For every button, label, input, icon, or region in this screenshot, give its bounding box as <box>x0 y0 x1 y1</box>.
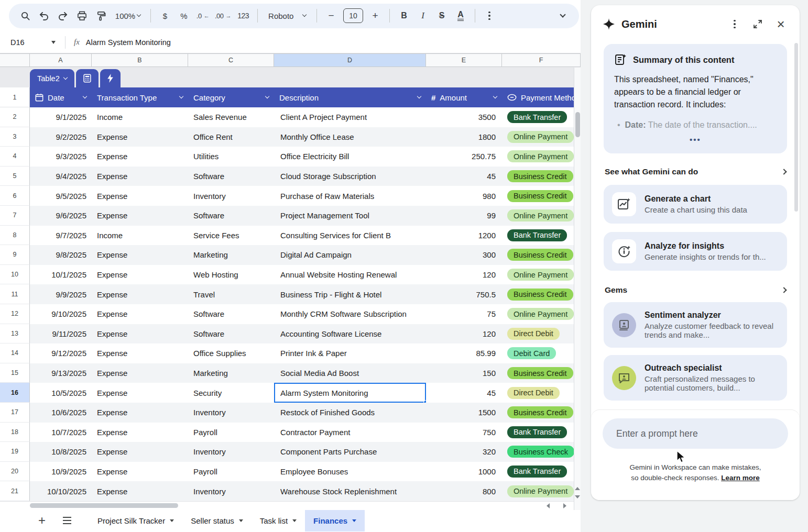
hide-menus-icon[interactable] <box>554 7 572 25</box>
row-number[interactable]: 3 <box>0 127 30 147</box>
cell-description[interactable]: Project Management Tool <box>274 206 426 226</box>
cell-payment-method[interactable]: Bank Transfer <box>502 226 574 246</box>
gemini-more-icon[interactable] <box>726 16 743 32</box>
row-number[interactable]: 8 <box>0 226 30 246</box>
column-header-C[interactable]: C <box>188 54 274 66</box>
cell-payment-method[interactable]: Business Credit <box>502 363 574 383</box>
cell-date[interactable]: 9/13/2025 <box>30 363 92 383</box>
cell-payment-method[interactable]: Online Payment <box>502 127 574 147</box>
cell-description[interactable]: Warehouse Stock Replenishment <box>274 481 426 501</box>
cell-payment-method[interactable]: Business Credit <box>502 403 574 423</box>
cell-category[interactable]: Marketing <box>188 245 274 265</box>
header-amount[interactable]: # Amount <box>426 87 502 107</box>
cell-transaction-type[interactable]: Expense <box>92 245 188 265</box>
more-toolbar-icon[interactable] <box>481 7 498 25</box>
analyze-for-insights-card[interactable]: Analyze for insightsGenerate insights or… <box>604 232 787 271</box>
cell-payment-method[interactable]: Direct Debit <box>502 383 574 403</box>
gems-link[interactable]: Gems <box>605 285 786 295</box>
header-category[interactable]: Category <box>188 87 274 107</box>
gemini-expand-icon[interactable] <box>749 16 766 32</box>
cell-category[interactable]: Software <box>188 206 274 226</box>
cell-date[interactable]: 9/9/2025 <box>30 284 92 304</box>
cell-description[interactable]: Annual Website Hosting Renewal <box>274 265 426 285</box>
cell-category[interactable]: Inventory <box>188 403 274 423</box>
cell-category[interactable]: Office Rent <box>188 127 274 147</box>
cell-payment-method[interactable]: Online Payment <box>502 265 574 285</box>
font-select[interactable]: Roboto <box>263 7 311 25</box>
italic-button[interactable]: I <box>414 7 432 25</box>
cell-transaction-type[interactable]: Expense <box>92 403 188 423</box>
print-icon[interactable] <box>73 7 91 25</box>
cell-payment-method[interactable]: Online Payment <box>502 147 574 167</box>
cell-amount[interactable]: 75 <box>426 304 502 324</box>
cell-date[interactable]: 10/10/2025 <box>30 481 92 501</box>
header-description[interactable]: Description <box>274 87 426 107</box>
cell-date[interactable]: 10/6/2025 <box>30 403 92 423</box>
cell-category[interactable]: Payroll <box>188 423 274 442</box>
cell-date[interactable]: 9/12/2025 <box>30 343 92 363</box>
row-number[interactable]: 5 <box>0 167 30 186</box>
cell-amount[interactable]: 150 <box>426 363 502 383</box>
header-date[interactable]: Date <box>30 87 92 107</box>
cell-category[interactable]: Web Hosting <box>188 265 274 285</box>
cell-description[interactable]: Restock of Finished Goods <box>274 403 426 423</box>
cell-transaction-type[interactable]: Expense <box>92 127 188 147</box>
cell-category[interactable]: Office Supplies <box>188 343 274 363</box>
decrease-decimals-button[interactable]: .0← <box>194 7 212 25</box>
cell-payment-method[interactable]: Bank Transfer <box>502 423 574 442</box>
cell-category[interactable]: Software <box>188 167 274 186</box>
learn-more-link[interactable]: Learn more <box>721 474 760 482</box>
cell-amount[interactable]: 45 <box>426 167 502 186</box>
sheet-tab-seller-status[interactable]: Seller status <box>182 510 252 531</box>
cell-category[interactable]: Software <box>188 304 274 324</box>
sheet-tab-project-silk-tracker[interactable]: Project Silk Tracker <box>89 510 182 531</box>
header-payment-method[interactable]: Payment Method <box>502 87 574 107</box>
cell-description[interactable]: Contractor Payment <box>274 423 426 442</box>
scroll-right-icon[interactable] <box>563 503 569 508</box>
cell-date[interactable]: 10/9/2025 <box>30 462 92 482</box>
cell-description[interactable]: Cloud Storage Subscription <box>274 167 426 186</box>
cell-description[interactable]: Consulting Services for Client B <box>274 226 426 246</box>
cell-amount[interactable]: 300 <box>426 245 502 265</box>
cell-amount[interactable]: 120 <box>426 324 502 344</box>
cell-amount[interactable]: 3500 <box>426 107 502 127</box>
cell-payment-method[interactable]: Business Check <box>502 442 574 462</box>
gemini-close-icon[interactable]: × <box>772 16 789 32</box>
cell-payment-method[interactable]: Business Credit <box>502 284 574 304</box>
cell-category[interactable]: Marketing <box>188 363 274 383</box>
cell-date[interactable]: 9/4/2025 <box>30 167 92 186</box>
sheet-tab-finances[interactable]: Finances <box>305 510 365 531</box>
decrease-font-size-button[interactable]: − <box>322 7 340 25</box>
cell-amount[interactable]: 45 <box>426 383 502 403</box>
name-box[interactable]: D16 <box>0 38 62 47</box>
column-header-E[interactable]: E <box>426 54 502 66</box>
cell-description[interactable]: Digital Ad Campaign <box>274 245 426 265</box>
cell-transaction-type[interactable]: Expense <box>92 481 188 501</box>
cell-transaction-type[interactable]: Income <box>92 107 188 127</box>
cell-amount[interactable]: 120 <box>426 265 502 285</box>
scroll-up-icon[interactable] <box>575 487 580 490</box>
cell-date[interactable]: 9/8/2025 <box>30 245 92 265</box>
cell-payment-method[interactable]: Debit Card <box>502 343 574 363</box>
cell-date[interactable]: 10/5/2025 <box>30 383 92 403</box>
cell-category[interactable]: Inventory <box>188 481 274 501</box>
cell-payment-method[interactable]: Business Credit <box>502 245 574 265</box>
cell-transaction-type[interactable]: Expense <box>92 284 188 304</box>
cell-date[interactable]: 9/3/2025 <box>30 147 92 167</box>
cell-date[interactable]: 9/2/2025 <box>30 127 92 147</box>
row-number[interactable]: 19 <box>0 442 30 462</box>
cell-amount[interactable]: 1800 <box>426 127 502 147</box>
cell-description[interactable]: Printer Ink & Paper <box>274 343 426 363</box>
generate-a-chart-card[interactable]: Generate a chartCreate a chart using thi… <box>604 185 787 224</box>
row-number[interactable]: 16 <box>0 383 30 403</box>
sheet-tab-task-list[interactable]: Task list <box>252 510 305 531</box>
cell-category[interactable]: Software <box>188 324 274 344</box>
cell-transaction-type[interactable]: Expense <box>92 343 188 363</box>
cell-amount[interactable]: 1500 <box>426 403 502 423</box>
search-icon[interactable] <box>16 7 34 25</box>
cell-amount[interactable]: 980 <box>426 186 502 206</box>
cell-transaction-type[interactable]: Expense <box>92 383 188 403</box>
cell-date[interactable]: 10/1/2025 <box>30 265 92 285</box>
cell-date[interactable]: 9/10/2025 <box>30 304 92 324</box>
row-number[interactable]: 6 <box>0 186 30 206</box>
